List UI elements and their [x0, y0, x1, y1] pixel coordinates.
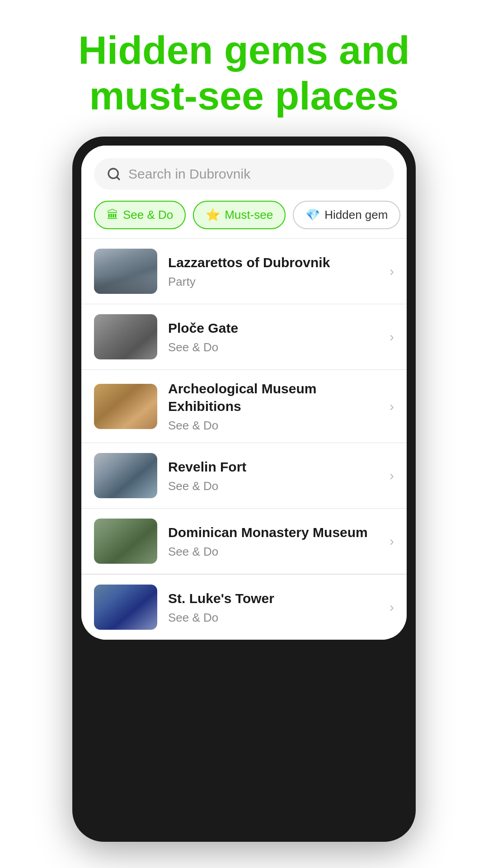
must-see-icon: ⭐ — [206, 208, 220, 222]
item-info-stlukes: St. Luke's Tower See & Do — [168, 590, 379, 625]
list-item-stlukes[interactable]: St. Luke's Tower See & Do › — [81, 574, 407, 640]
thumbnail-archeological — [94, 384, 157, 429]
thumbnail-dominican — [94, 519, 157, 564]
filter-chip-must-see[interactable]: ⭐ Must-see — [193, 201, 286, 229]
filter-see-do-label: See & Do — [123, 208, 173, 222]
search-bar-container: Search in Dubrovnik — [81, 146, 407, 199]
item-title-ploce: Ploče Gate — [168, 319, 379, 337]
filter-hidden-gem-label: Hidden gem — [324, 208, 388, 222]
item-title-lazzarettos: Lazzarettos of Dubrovnik — [168, 254, 379, 271]
item-title-archeological: Archeological Museum Exhibitions — [168, 380, 379, 415]
search-icon — [107, 167, 121, 181]
item-title-revelin: Revelin Fort — [168, 458, 379, 476]
thumbnail-revelin — [94, 453, 157, 498]
headline-section: Hidden gems and must-see places — [42, 0, 446, 137]
phone-frame: Search in Dubrovnik 🏛 See & Do ⭐ Must-se… — [72, 137, 416, 842]
item-category-dominican: See & Do — [168, 545, 379, 559]
filter-must-see-label: Must-see — [225, 208, 273, 222]
thumbnail-stlukes — [94, 585, 157, 630]
chevron-ploce: › — [389, 329, 394, 344]
item-title-dominican: Dominican Monastery Museum — [168, 524, 379, 541]
search-bar[interactable]: Search in Dubrovnik — [94, 158, 394, 190]
search-placeholder: Search in Dubrovnik — [128, 166, 250, 182]
thumbnail-lazzarettos — [94, 249, 157, 294]
item-info-archeological: Archeological Museum Exhibitions See & D… — [168, 380, 379, 433]
thumbnail-ploce — [94, 314, 157, 359]
phone-screen: Search in Dubrovnik 🏛 See & Do ⭐ Must-se… — [81, 146, 407, 640]
see-do-icon: 🏛 — [107, 208, 118, 222]
filter-chip-see-do[interactable]: 🏛 See & Do — [94, 201, 186, 229]
item-category-archeological: See & Do — [168, 419, 379, 433]
item-info-revelin: Revelin Fort See & Do — [168, 458, 379, 493]
chevron-archeological: › — [389, 399, 394, 414]
list-item-revelin[interactable]: Revelin Fort See & Do › — [81, 443, 407, 508]
item-title-stlukes: St. Luke's Tower — [168, 590, 379, 607]
filter-chip-hidden-gem[interactable]: 💎 Hidden gem — [293, 201, 400, 229]
item-category-revelin: See & Do — [168, 479, 379, 493]
item-info-dominican: Dominican Monastery Museum See & Do — [168, 524, 379, 559]
chevron-stlukes: › — [389, 599, 394, 615]
filter-chips: 🏛 See & Do ⭐ Must-see 💎 Hidden gem Free — [81, 199, 407, 238]
item-category-lazzarettos: Party — [168, 275, 379, 289]
item-category-stlukes: See & Do — [168, 611, 379, 625]
item-info-lazzarettos: Lazzarettos of Dubrovnik Party — [168, 254, 379, 289]
hidden-gem-icon: 💎 — [305, 208, 320, 222]
list-item-archeological[interactable]: Archeological Museum Exhibitions See & D… — [81, 370, 407, 443]
list-item-dominican[interactable]: Dominican Monastery Museum See & Do › — [81, 509, 407, 574]
item-category-ploce: See & Do — [168, 340, 379, 354]
item-info-ploce: Ploče Gate See & Do — [168, 319, 379, 354]
chevron-revelin: › — [389, 468, 394, 483]
list-item-ploce[interactable]: Ploče Gate See & Do › — [81, 304, 407, 369]
list-item-lazzarettos[interactable]: Lazzarettos of Dubrovnik Party › — [81, 239, 407, 304]
svg-line-1 — [117, 177, 119, 180]
chevron-lazzarettos: › — [389, 264, 394, 279]
headline-text: Hidden gems and must-see places — [78, 27, 409, 118]
chevron-dominican: › — [389, 533, 394, 549]
